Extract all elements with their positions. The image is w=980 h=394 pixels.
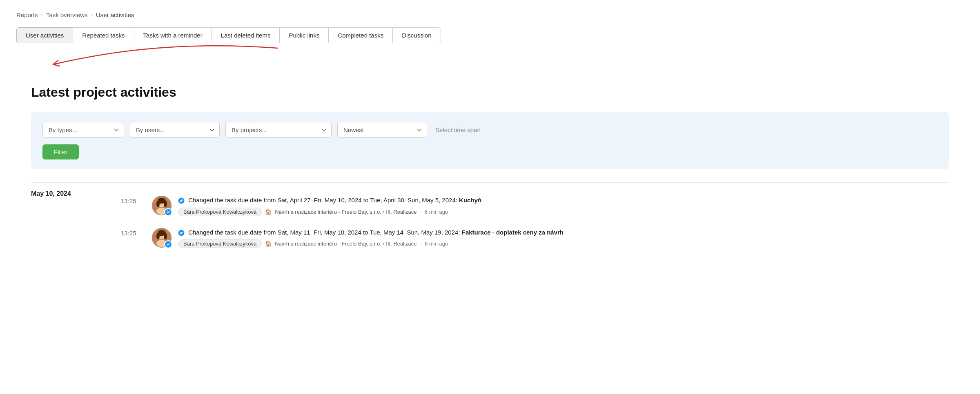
breadcrumb-task-overviews[interactable]: Task overviews bbox=[46, 11, 88, 18]
activity-text-1: Changed the task due date from Sat, Apri… bbox=[178, 196, 949, 205]
page-title: Latest project activities bbox=[31, 85, 949, 100]
project-name-2: Návrh a realizace interiéru - Freelo Bay… bbox=[275, 241, 416, 247]
filter-row: By types... By users... By projects... N… bbox=[42, 122, 938, 138]
filter-by-users[interactable]: By users... bbox=[130, 122, 220, 138]
pencil-icon-1 bbox=[178, 196, 185, 205]
activity-body-2: Changed the task due date from Sat, May … bbox=[178, 228, 949, 248]
meta-dot-2: · bbox=[420, 241, 421, 247]
time-span-label: Select time span bbox=[435, 126, 481, 133]
breadcrumb-current: User activities bbox=[96, 11, 134, 18]
filter-by-projects[interactable]: By projects... bbox=[225, 122, 332, 138]
date-header-may10: May 10, 2024 13:25 bbox=[31, 182, 949, 258]
filter-by-types[interactable]: By types... bbox=[42, 122, 124, 138]
avatar-badge-1 bbox=[164, 208, 172, 216]
tab-last-deleted-items[interactable]: Last deleted items bbox=[212, 27, 280, 43]
activity-meta-2: Bára Prokopová Kowalczyková 🏠 Návrh a re… bbox=[178, 239, 949, 248]
filter-sort[interactable]: Newest bbox=[337, 122, 427, 138]
pencil-icon-2 bbox=[178, 228, 185, 237]
user-badge-2: Bára Prokopová Kowalczyková bbox=[178, 239, 262, 248]
activity-item-2: 13:25 bbox=[121, 222, 949, 254]
user-badge-1: Bára Prokopová Kowalczyková bbox=[178, 208, 262, 216]
meta-time-2: 6 min ago bbox=[425, 241, 448, 247]
breadcrumb-sep-1: › bbox=[41, 12, 43, 18]
breadcrumb-sep-2: › bbox=[91, 12, 93, 18]
activity-action-1: Changed the task due date from Sat, Apri… bbox=[188, 197, 457, 204]
tab-discussion[interactable]: Discussion bbox=[392, 27, 441, 43]
date-label-may10: May 10, 2024 bbox=[31, 190, 121, 197]
svg-point-16 bbox=[164, 233, 167, 239]
tab-tasks-with-reminder[interactable]: Tasks with a reminder bbox=[134, 27, 212, 43]
tab-completed-tasks[interactable]: Completed tasks bbox=[328, 27, 392, 43]
activity-list: May 10, 2024 13:25 bbox=[31, 182, 949, 258]
meta-time-1: 6 min ago bbox=[425, 209, 448, 215]
activity-time-1: 13:25 bbox=[121, 196, 145, 204]
filter-button[interactable]: Filter bbox=[42, 144, 79, 159]
page-container: Reports › Task overviews › User activiti… bbox=[0, 0, 980, 394]
filter-button-row: Filter bbox=[42, 144, 938, 159]
activity-meta-1: Bára Prokopová Kowalczyková 🏠 Návrh a re… bbox=[178, 208, 949, 216]
tab-repeated-tasks[interactable]: Repeated tasks bbox=[73, 27, 134, 43]
breadcrumb-reports[interactable]: Reports bbox=[16, 11, 38, 18]
activity-task-1: Kuchyň bbox=[459, 197, 481, 204]
meta-dot-1: · bbox=[420, 209, 421, 215]
avatar-wrap-2 bbox=[152, 228, 172, 248]
activity-task-2: Fakturace - doplatek ceny za návrh bbox=[462, 229, 564, 236]
activity-items-may10: 13:25 bbox=[121, 190, 949, 254]
activity-action-2: Changed the task due date from Sat, May … bbox=[188, 229, 460, 236]
main-content: Latest project activities By types... By… bbox=[16, 72, 964, 271]
activity-item-1: 13:25 bbox=[121, 190, 949, 222]
arrow-annotation bbox=[16, 43, 964, 72]
date-group-may10: May 10, 2024 13:25 bbox=[31, 182, 949, 258]
project-icon-1: 🏠 bbox=[265, 209, 272, 215]
tab-public-links[interactable]: Public links bbox=[279, 27, 328, 43]
breadcrumb: Reports › Task overviews › User activiti… bbox=[16, 11, 964, 18]
svg-point-15 bbox=[156, 233, 160, 239]
activity-time-2: 13:25 bbox=[121, 228, 145, 237]
filter-panel: By types... By users... By projects... N… bbox=[31, 112, 949, 169]
tab-user-activities[interactable]: User activities bbox=[16, 27, 73, 43]
activity-text-2: Changed the task due date from Sat, May … bbox=[178, 228, 949, 237]
tabs-row: User activities Repeated tasks Tasks wit… bbox=[16, 27, 964, 43]
svg-point-6 bbox=[156, 201, 160, 207]
avatar-badge-2 bbox=[164, 240, 172, 248]
avatar-wrap-1 bbox=[152, 196, 172, 215]
project-name-1: Návrh a realizace interiéru - Freelo Bay… bbox=[275, 209, 416, 215]
project-icon-2: 🏠 bbox=[265, 241, 272, 247]
svg-point-7 bbox=[164, 201, 167, 207]
activity-body-1: Changed the task due date from Sat, Apri… bbox=[178, 196, 949, 216]
